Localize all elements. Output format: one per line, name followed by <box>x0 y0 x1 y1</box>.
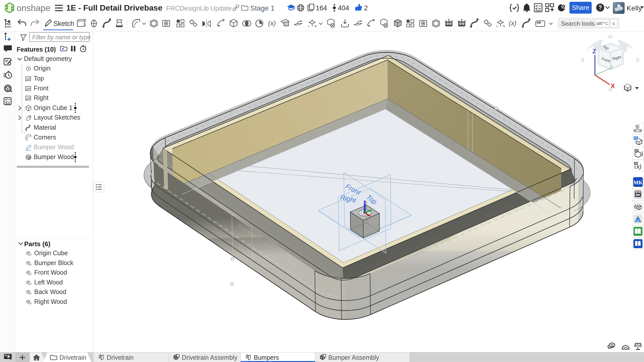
svg-text:?: ? <box>598 4 602 11</box>
svg-text:(x): (x) <box>268 19 276 27</box>
svg-text:HELLO: HELLO <box>537 22 543 24</box>
svg-text:Z: Z <box>592 48 596 55</box>
svg-text:MK: MK <box>633 179 643 186</box>
svg-text:x): x) <box>636 163 641 170</box>
svg-text:X: X <box>611 83 615 89</box>
svg-text:(x): (x) <box>509 19 516 27</box>
